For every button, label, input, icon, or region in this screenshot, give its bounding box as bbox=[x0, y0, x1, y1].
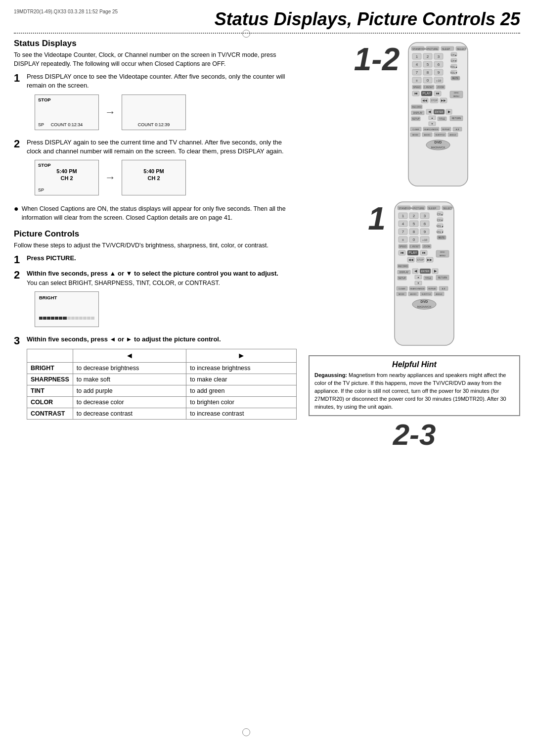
svg-text:CLEAR: CLEAR bbox=[399, 287, 405, 290]
step-2-display-row: STOP 5:40 PM CH 2 SP → 5:40 PM CH 2 bbox=[35, 160, 297, 195]
svg-text:▲: ▲ bbox=[431, 116, 434, 119]
svg-text:6: 6 bbox=[438, 62, 440, 67]
table-empty-header bbox=[27, 349, 73, 363]
helpful-hint-body: Degaussing: Magnetism from nearby applia… bbox=[314, 372, 514, 411]
pc-step-1-number: 1 bbox=[14, 254, 23, 266]
step-2-number: 2 bbox=[14, 138, 23, 150]
svg-text:4: 4 bbox=[416, 62, 418, 67]
degaussing-label: Degaussing: bbox=[314, 372, 347, 378]
svg-text:7: 7 bbox=[402, 230, 404, 234]
helpful-hint-box: Helpful Hint Degaussing: Magnetism from … bbox=[309, 355, 520, 416]
svg-text:C.RESET: C.RESET bbox=[410, 245, 420, 248]
svg-text:ZOOM: ZOOM bbox=[423, 245, 430, 248]
bright-box-label: BRIGHT bbox=[39, 295, 57, 300]
svg-text:1: 1 bbox=[416, 54, 418, 59]
remote-label-1: 1 bbox=[368, 203, 386, 235]
pc-step-1: 1 Press PICTURE. bbox=[14, 254, 297, 266]
table-cell-left: to make soft bbox=[73, 374, 186, 385]
table-cell-label: SHARPNESS bbox=[27, 374, 73, 385]
svg-text:PICTURE: PICTURE bbox=[413, 207, 425, 210]
svg-text:6: 6 bbox=[424, 222, 426, 226]
svg-text:8: 8 bbox=[413, 230, 415, 234]
svg-text:DVD: DVD bbox=[420, 300, 428, 303]
box1-count-label: COUNT 0:12:34 bbox=[35, 122, 98, 127]
svg-text:A-B: A-B bbox=[456, 128, 459, 131]
svg-text:SEARCH/MODE: SEARCH/MODE bbox=[410, 287, 425, 290]
bullet-note-text: When Closed Captions are ON, the status … bbox=[22, 204, 297, 222]
channel-box-2: 5:40 PM CH 2 bbox=[122, 160, 186, 195]
ch-box2-time: 5:40 PM bbox=[122, 168, 185, 174]
svg-text:SELECT: SELECT bbox=[443, 207, 452, 210]
svg-text:8: 8 bbox=[427, 70, 429, 75]
svg-text:SPEED: SPEED bbox=[399, 245, 407, 248]
status-displays-heading: Status Displays bbox=[14, 39, 297, 48]
svg-text:PICTURE: PICTURE bbox=[427, 47, 439, 50]
svg-text:▼: ▼ bbox=[431, 122, 434, 125]
remote-group-1: 1-2 STANBY/ON PICTURE SLEEP SELECT bbox=[354, 39, 475, 192]
box1-top-label: STOP bbox=[38, 97, 51, 102]
svg-text:MAGNAVOX: MAGNAVOX bbox=[417, 305, 432, 308]
table-cell-right: to make clear bbox=[186, 374, 297, 385]
svg-text:SUBTITLE: SUBTITLE bbox=[421, 293, 431, 295]
svg-text:II: II bbox=[402, 238, 404, 241]
bar-seg-13 bbox=[87, 317, 90, 320]
bar-seg-5 bbox=[55, 317, 58, 320]
pc-step-2-content: Within five seconds, press ▲ or ▼ to sel… bbox=[27, 269, 297, 332]
svg-text:DVD: DVD bbox=[435, 141, 442, 144]
header-meta: 19MDTR20(1-49).QX33 03.3.28 11:52 Page 2… bbox=[14, 9, 118, 14]
ch-box2-ch: CH 2 bbox=[122, 175, 185, 181]
svg-text:REPEAT: REPEAT bbox=[442, 128, 450, 131]
box2-count-label: COUNT 0:12:39 bbox=[122, 122, 185, 127]
svg-text:CH▼: CH▼ bbox=[437, 219, 443, 222]
pc-step-2-title: Within five seconds, press ▲ or ▼ to sel… bbox=[27, 269, 297, 278]
svg-text:SEARCH/MODE: SEARCH/MODE bbox=[424, 128, 439, 131]
bar-seg-9 bbox=[71, 317, 75, 320]
table-cell-left: to decrease contrast bbox=[73, 408, 186, 420]
page-container: 19MDTR20(1-49).QX33 03.3.28 11:52 Page 2… bbox=[0, 0, 534, 756]
table-cell-label: COLOR bbox=[27, 397, 73, 408]
svg-text:VOL▲: VOL▲ bbox=[436, 225, 444, 228]
svg-text:ENTER: ENTER bbox=[421, 270, 429, 273]
svg-text:SUBTITLE: SUBTITLE bbox=[436, 134, 445, 136]
svg-text:0: 0 bbox=[413, 237, 415, 242]
svg-text:5: 5 bbox=[427, 62, 429, 67]
bright-display-box: BRIGHT bbox=[35, 291, 99, 327]
svg-text:9: 9 bbox=[438, 70, 440, 75]
svg-text:AUDIO: AUDIO bbox=[410, 293, 416, 295]
svg-text:DISC: DISC bbox=[454, 92, 459, 94]
svg-text:3: 3 bbox=[438, 54, 440, 59]
svg-text:▶▶: ▶▶ bbox=[427, 258, 432, 261]
table-cell-label: BRIGHT bbox=[27, 363, 73, 374]
svg-text:STOP: STOP bbox=[431, 99, 438, 102]
svg-text:5: 5 bbox=[413, 222, 415, 226]
crop-mark-bottom bbox=[242, 728, 250, 736]
status-step-1: 1 Press DISPLAY once to see the Videotap… bbox=[14, 72, 297, 135]
status-displays-section: Status Displays To see the Videotape Cou… bbox=[14, 39, 297, 222]
svg-text:SLEEP: SLEEP bbox=[428, 207, 437, 210]
bar-seg-2 bbox=[43, 317, 46, 320]
picture-controls-section: Picture Controls Follow these steps to a… bbox=[14, 229, 297, 420]
svg-text:4: 4 bbox=[402, 222, 404, 226]
bar-seg-10 bbox=[75, 317, 79, 320]
svg-text:CH▲: CH▲ bbox=[437, 213, 443, 216]
svg-text:9: 9 bbox=[424, 230, 426, 234]
svg-text:RECORD: RECORD bbox=[412, 106, 422, 108]
remote-label-2-3: 2-3 bbox=[393, 420, 436, 450]
svg-text:VOL▼: VOL▼ bbox=[450, 71, 458, 74]
channel-box-1: STOP 5:40 PM CH 2 SP bbox=[35, 160, 99, 195]
status-displays-desc: To see the Videotape Counter, Clock, or … bbox=[14, 50, 297, 68]
svg-text:MODE: MODE bbox=[412, 134, 418, 136]
svg-text:3: 3 bbox=[424, 214, 426, 218]
bullet-dot-icon: ● bbox=[14, 205, 19, 222]
svg-text:CH▼: CH▼ bbox=[451, 59, 457, 62]
svg-text:RETURN: RETURN bbox=[438, 277, 447, 279]
pc-step-3-content: Within five seconds, press ◄ or ► to adj… bbox=[27, 335, 297, 420]
helpful-hint-title: Helpful Hint bbox=[314, 360, 514, 369]
svg-text:+10: +10 bbox=[436, 79, 442, 82]
bullet-note: ● When Closed Captions are ON, the statu… bbox=[14, 204, 297, 222]
pc-step-2-number: 2 bbox=[14, 269, 23, 281]
pc-step-1-title: Press PICTURE. bbox=[27, 254, 297, 263]
svg-text:MAGNAVOX: MAGNAVOX bbox=[431, 146, 445, 149]
svg-text:C.RESET: C.RESET bbox=[424, 86, 434, 89]
svg-text:MENU: MENU bbox=[440, 254, 445, 257]
